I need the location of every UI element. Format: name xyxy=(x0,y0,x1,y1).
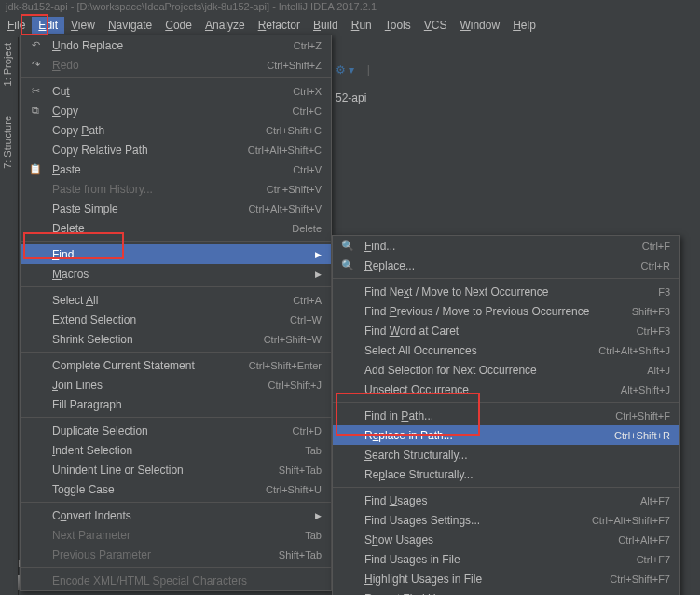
find-item-find-usages-settings[interactable]: Find Usages Settings...Ctrl+Alt+Shift+F7 xyxy=(333,510,679,530)
edit-item-indent-selection[interactable]: Indent SelectionTab xyxy=(21,440,331,460)
copy-icon: ⧉ xyxy=(28,104,43,117)
edit-item-copy-path[interactable]: Copy PathCtrl+Shift+C xyxy=(21,120,331,140)
toolbar-background: ⚙ ▾ | xyxy=(336,63,370,76)
shortcut-text: F3 xyxy=(658,286,670,298)
shortcut-text: Ctrl+W xyxy=(290,314,322,325)
submenu-arrow-icon: ▶ xyxy=(315,511,322,520)
menu-help[interactable]: Help xyxy=(506,17,542,34)
edit-dropdown-menu: ↶Undo ReplaceCtrl+Z↷RedoCtrl+Shift+Z✂Cut… xyxy=(20,35,332,591)
edit-item-complete-current-statement[interactable]: Complete Current StatementCtrl+Shift+Ent… xyxy=(21,355,331,375)
menu-code[interactable]: Code xyxy=(158,17,199,34)
edit-label: Fill Paragraph xyxy=(52,398,322,411)
edit-item-duplicate-selection[interactable]: Duplicate SelectionCtrl+D xyxy=(21,421,331,440)
edit-item-delete[interactable]: DeleteDelete xyxy=(21,218,331,238)
find-item-find-word-at-caret[interactable]: Find Word at CaretCtrl+F3 xyxy=(333,321,679,340)
shortcut-text: Ctrl+Shift+W xyxy=(264,334,322,345)
edit-item-toggle-case[interactable]: Toggle CaseCtrl+Shift+U xyxy=(21,479,331,499)
edit-label: Previous Parameter xyxy=(52,548,273,561)
edit-label: Copy xyxy=(52,104,287,118)
menu-edit[interactable]: Edit xyxy=(32,17,64,34)
find-item-replace[interactable]: 🔍Replace...Ctrl+R xyxy=(333,256,679,275)
find-item-replace-structurally[interactable]: Replace Structurally... xyxy=(333,464,679,484)
shortcut-text: Ctrl+Z xyxy=(294,40,322,51)
shortcut-text: Ctrl+Shift+V xyxy=(267,184,322,195)
shortcut-text: Ctrl+Alt+Shift+C xyxy=(248,145,322,156)
edit-item-undo-replace[interactable]: ↶Undo ReplaceCtrl+Z xyxy=(21,35,331,55)
shortcut-text: Tab xyxy=(305,445,322,456)
submenu-arrow-icon: ▶ xyxy=(315,270,322,279)
edit-item-shrink-selection[interactable]: Shrink SelectionCtrl+Shift+W xyxy=(21,329,331,349)
find-item-add-selection-for-next-occurrence[interactable]: Add Selection for Next OccurrenceAlt+J xyxy=(333,360,679,380)
menu-window[interactable]: Window xyxy=(453,17,506,34)
find-item-unselect-occurrence[interactable]: Unselect OccurrenceAlt+Shift+J xyxy=(333,380,679,399)
gear-icon[interactable]: ⚙ ▾ xyxy=(336,63,354,76)
edit-item-unindent-line-or-selection[interactable]: Unindent Line or SelectionShift+Tab xyxy=(21,460,331,479)
menu-bar: FileEditViewNavigateCodeAnalyzeRefactorB… xyxy=(0,16,700,35)
find-item-highlight-usages-in-file[interactable]: Highlight Usages in FileCtrl+Shift+F7 xyxy=(333,569,679,588)
find-item-find-previous-move-to-previous-occurrence[interactable]: Find Previous / Move to Previous Occurre… xyxy=(333,301,679,321)
edit-label: Delete xyxy=(52,222,286,235)
shortcut-text: Ctrl+R xyxy=(641,260,670,271)
edit-item-macros[interactable]: Macros▶ xyxy=(21,264,331,284)
menu-tools[interactable]: Tools xyxy=(378,17,418,34)
edit-label: Paste Simple xyxy=(52,202,242,215)
find-item-find-usages-in-file[interactable]: Find Usages in FileCtrl+F7 xyxy=(333,549,679,569)
shortcut-text: Ctrl+A xyxy=(293,295,322,306)
find-separator xyxy=(333,487,679,488)
menu-run[interactable]: Run xyxy=(345,17,378,34)
find-label: Find Word at Caret xyxy=(364,325,631,338)
edit-item-join-lines[interactable]: Join LinesCtrl+Shift+J xyxy=(21,375,331,394)
edit-item-next-parameter: Next ParameterTab xyxy=(21,525,331,545)
shortcut-text: Ctrl+F7 xyxy=(637,554,670,565)
shortcut-text: Ctrl+Shift+F7 xyxy=(610,574,670,585)
edit-label: Paste from History... xyxy=(52,183,261,196)
menu-view[interactable]: View xyxy=(64,17,102,34)
find-item-find[interactable]: 🔍Find...Ctrl+F xyxy=(333,236,679,256)
edit-item-convert-indents[interactable]: Convert Indents▶ xyxy=(21,505,331,525)
shortcut-text: Ctrl+Shift+J xyxy=(268,380,322,391)
find-label: Find Usages Settings... xyxy=(364,514,586,527)
menu-refactor[interactable]: Refactor xyxy=(252,17,307,34)
find-item-find-in-path[interactable]: Find in Path...Ctrl+Shift+F xyxy=(333,406,679,425)
edit-label: Shrink Selection xyxy=(52,333,258,346)
edit-item-fill-paragraph[interactable]: Fill Paragraph xyxy=(21,394,331,414)
menu-file[interactable]: File xyxy=(1,17,32,34)
edit-item-cut[interactable]: ✂CutCtrl+X xyxy=(21,81,331,101)
find-item-replace-in-path[interactable]: Replace in Path...Ctrl+Shift+R xyxy=(333,425,679,445)
edit-label: Indent Selection xyxy=(52,444,299,457)
find-item-search-structurally[interactable]: Search Structurally... xyxy=(333,445,679,464)
find-item-find-next-move-to-next-occurrence[interactable]: Find Next / Move to Next OccurrenceF3 xyxy=(333,282,679,301)
edit-item-copy-relative-path[interactable]: Copy Relative PathCtrl+Alt+Shift+C xyxy=(21,140,331,159)
find-item-show-usages[interactable]: Show UsagesCtrl+Alt+F7 xyxy=(333,530,679,549)
menu-analyze[interactable]: Analyze xyxy=(199,17,252,34)
edit-item-copy[interactable]: ⧉CopyCtrl+C xyxy=(21,101,331,120)
edit-label: Convert Indents xyxy=(52,509,309,522)
edit-label: Find xyxy=(52,248,309,261)
find-label: Search Structurally... xyxy=(364,449,670,462)
find-separator xyxy=(333,402,679,403)
find-item-select-all-occurrences[interactable]: Select All OccurrencesCtrl+Alt+Shift+J xyxy=(333,340,679,360)
shortcut-text: Alt+F7 xyxy=(640,495,670,506)
shortcut-text: Ctrl+Shift+Enter xyxy=(249,360,322,371)
edit-item-paste[interactable]: 📋PasteCtrl+V xyxy=(21,159,331,179)
find-label: Replace Structurally... xyxy=(364,468,670,481)
find-label: Select All Occurrences xyxy=(364,344,593,357)
edit-label: Undo Replace xyxy=(52,39,288,52)
menu-build[interactable]: Build xyxy=(307,17,345,34)
edit-item-find[interactable]: Find▶ xyxy=(21,244,331,264)
edit-separator xyxy=(21,417,331,418)
find-separator xyxy=(333,278,679,279)
find-item-find-usages[interactable]: Find UsagesAlt+F7 xyxy=(333,491,679,510)
replace-icon: 🔍 xyxy=(340,259,355,271)
shortcut-text: Ctrl+Shift+F xyxy=(615,410,670,422)
edit-item-paste-simple[interactable]: Paste SimpleCtrl+Alt+Shift+V xyxy=(21,199,331,218)
edit-item-select-all[interactable]: Select AllCtrl+A xyxy=(21,290,331,310)
shortcut-text: Alt+Shift+J xyxy=(621,384,670,395)
edit-item-extend-selection[interactable]: Extend SelectionCtrl+W xyxy=(21,310,331,329)
menu-navigate[interactable]: Navigate xyxy=(102,17,158,34)
tool-tab-structure[interactable]: 7: Structure xyxy=(0,110,15,174)
shortcut-text: Shift+Tab xyxy=(279,549,322,560)
menu-vcs[interactable]: VCS xyxy=(418,17,454,34)
tool-tab-project[interactable]: 1: Project xyxy=(0,37,15,91)
find-item-recent-find-usages[interactable]: Recent Find Usages▶ xyxy=(333,588,679,595)
